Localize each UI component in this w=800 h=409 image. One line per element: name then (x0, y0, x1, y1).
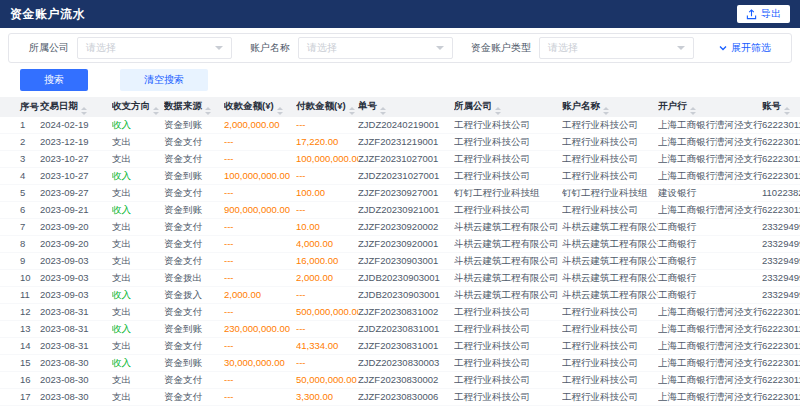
sort-icon[interactable] (205, 107, 211, 115)
table-cell: --- (296, 321, 358, 338)
filter-select-account-type[interactable]: 请选择 (539, 37, 694, 59)
table-cell: 支出 (112, 389, 164, 406)
sort-icon[interactable] (495, 107, 501, 115)
table-cell: --- (296, 287, 358, 304)
table-cell: 钉钉工程行业科技组 (454, 185, 562, 202)
table-cell: 收入 (112, 117, 164, 134)
table-cell: ZJZF20230830006 (358, 389, 454, 406)
column-header[interactable]: 数据来源 (164, 97, 224, 117)
sort-icon[interactable] (380, 107, 386, 115)
table-cell: 900,000,000.00 (224, 202, 296, 219)
table-cell: 资金支付 (164, 253, 224, 270)
sort-icon[interactable] (81, 107, 87, 115)
table-cell: 2023-09-03 (40, 287, 112, 304)
column-header[interactable]: 付款金额(¥) (296, 97, 358, 117)
column-header[interactable]: 单号 (358, 97, 454, 117)
column-header[interactable]: 交易日期 (40, 97, 112, 117)
column-label: 付款金额(¥) (296, 100, 346, 111)
column-header[interactable]: 账号 (762, 97, 800, 117)
table-cell: 62223011 (762, 355, 800, 372)
table-cell: 2,000,000.00 (224, 117, 296, 134)
sort-icon[interactable] (349, 107, 355, 115)
table-cell: ZJZF20230920002 (358, 219, 454, 236)
sort-icon[interactable] (153, 107, 159, 115)
table-cell: 100.00 (296, 185, 358, 202)
table-cell: 62223011 (762, 134, 800, 151)
table-cell: 2023-08-30 (40, 355, 112, 372)
table-cell: 工程行业科技公司 (454, 304, 562, 321)
table-cell: 斗栱云建筑工程有限公司 (454, 270, 562, 287)
column-label: 数据来源 (164, 100, 202, 111)
table-cell: 2023-12-19 (40, 134, 112, 151)
table-cell: 资金到账 (164, 168, 224, 185)
table-cell: 工程行业科技公司 (454, 389, 562, 406)
table-cell: 2023-08-30 (40, 389, 112, 406)
table-cell: 工程行业科技公司 (562, 355, 658, 372)
filter-actions: 搜索 清空搜索 (0, 63, 800, 97)
table-row: 172023-08-30支出资金支付---3,300.00ZJZF2023083… (0, 389, 800, 406)
table-cell: 工商银行 (658, 236, 762, 253)
table-cell: 斗栱云建筑工程有限公司 (562, 219, 658, 236)
table-cell: 斗栱云建筑工程有限公司 (562, 236, 658, 253)
table-cell: --- (224, 219, 296, 236)
table-cell: 工程行业科技公司 (454, 117, 562, 134)
table-cell: 斗栱云建筑工程有限公司 (454, 287, 562, 304)
table-cell: 收入 (112, 355, 164, 372)
table-cell: 2023-09-03 (40, 253, 112, 270)
table-cell: 上海工商银行漕河泾支行 (658, 372, 762, 389)
column-header[interactable]: 开户行 (658, 97, 762, 117)
table-row: 62023-09-21收入资金到账900,000,000.00---ZJDZ20… (0, 202, 800, 219)
sort-icon[interactable] (690, 107, 696, 115)
filter-select-account-name[interactable]: 请选择 (298, 37, 453, 59)
page-header: 资金账户流水 导出 (0, 0, 800, 28)
table-cell: ZJDZ20230831001 (358, 321, 454, 338)
table-cell: --- (224, 389, 296, 406)
table-row: 162023-08-30支出资金支付---50,000,000.00ZJZF20… (0, 372, 800, 389)
table-cell: 2,000.00 (224, 287, 296, 304)
sort-icon[interactable] (603, 107, 609, 115)
table-cell: 23329499 (762, 287, 800, 304)
table-cell: 17 (0, 389, 40, 406)
table-cell: --- (224, 338, 296, 355)
search-button[interactable]: 搜索 (20, 69, 88, 91)
filter-field: 账户名称请选择 (250, 37, 453, 59)
clear-search-button[interactable]: 清空搜索 (120, 69, 208, 91)
table-cell: 62223011 (762, 389, 800, 406)
table-cell: 2023-08-31 (40, 338, 112, 355)
table-row: 92023-09-03支出资金支付---16,000.00ZJZF2023090… (0, 253, 800, 270)
table-cell: 资金支付 (164, 338, 224, 355)
expand-filters-link[interactable]: 展开筛选 (718, 41, 771, 55)
table-cell: ZJDZ20230921001 (358, 202, 454, 219)
sort-icon[interactable] (277, 107, 283, 115)
table-cell: ZJDB20230903001 (358, 287, 454, 304)
column-header[interactable]: 账户名称 (562, 97, 658, 117)
table-cell: 资金支付 (164, 185, 224, 202)
table-cell: 3 (0, 151, 40, 168)
table-cell: 23329499 (762, 270, 800, 287)
table-cell: 工程行业科技公司 (562, 338, 658, 355)
column-header[interactable]: 收款金额(¥) (224, 97, 296, 117)
table-cell: 支出 (112, 253, 164, 270)
column-header[interactable]: 所属公司 (454, 97, 562, 117)
column-header[interactable]: 收支方向 (112, 97, 164, 117)
table-cell: 2 (0, 134, 40, 151)
table-cell: ZJZF20230831001 (358, 338, 454, 355)
table-cell: 收入 (112, 168, 164, 185)
sort-icon[interactable] (784, 107, 790, 115)
table-cell: 工程行业科技公司 (454, 321, 562, 338)
table-header-row: 序号交易日期收支方向数据来源收款金额(¥)付款金额(¥)单号所属公司账户名称开户… (0, 97, 800, 117)
filter-select-company[interactable]: 请选择 (77, 37, 232, 59)
table-cell: 支出 (112, 338, 164, 355)
table-cell: 工程行业科技公司 (562, 389, 658, 406)
table-cell: --- (224, 134, 296, 151)
table-cell: 资金到账 (164, 321, 224, 338)
column-label: 交易日期 (40, 100, 78, 111)
chevron-down-icon (677, 46, 685, 54)
table-cell: 4 (0, 168, 40, 185)
table-cell: 支出 (112, 304, 164, 321)
table-cell: 2023-09-03 (40, 270, 112, 287)
filter-fields: 所属公司请选择账户名称请选择资金账户类型请选择 (29, 37, 718, 59)
export-button[interactable]: 导出 (737, 5, 790, 23)
table-cell: 资金支付 (164, 372, 224, 389)
filter-label: 账户名称 (250, 41, 290, 55)
